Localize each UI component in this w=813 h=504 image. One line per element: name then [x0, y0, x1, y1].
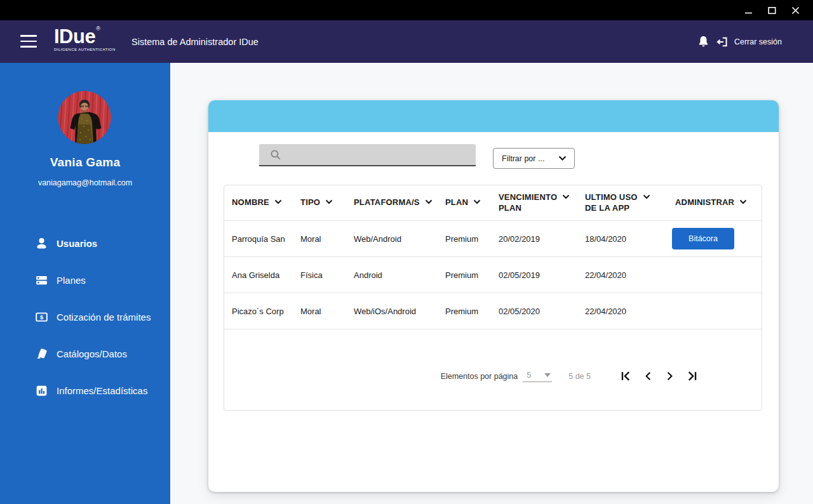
table-header-row: NOMBRE TIPO PLATAFORMA/S PLAN VENCIMIENT… [224, 185, 762, 221]
sidebar-item-catalogos[interactable]: Catálogos/Datos [35, 347, 161, 361]
column-header-administrar[interactable]: ADMINISTRAR [668, 197, 763, 208]
sort-chevron-icon [425, 199, 433, 204]
cell-nombre: Parroquía San [224, 234, 293, 244]
filter-dropdown[interactable]: Filtrar por ... [493, 148, 575, 169]
dropdown-triangle-icon [544, 373, 551, 377]
column-header-plan[interactable]: PLAN [438, 197, 491, 208]
cell-vencimiento: 02/05/2020 [491, 307, 577, 316]
next-page-button[interactable] [664, 370, 675, 382]
search-input[interactable] [281, 144, 476, 165]
sidebar-nav: Usuarios Planes $ Cotización de trámites [35, 237, 161, 421]
close-icon [791, 6, 800, 15]
filter-label: Filtrar por ... [502, 154, 544, 163]
quote-money-icon: $ [35, 310, 48, 324]
cell-plataformas: Android [346, 270, 438, 280]
table-row: Ana Griselda Física Android Premium 02/0… [224, 257, 762, 293]
sidebar-item-label: Informes/Estadísticas [57, 384, 147, 397]
app-header: IDue® DILIGENCE AUTHENTICATION Sistema d… [0, 20, 813, 63]
logout-button[interactable]: Cerrar sesión [734, 37, 782, 46]
column-header-nombre[interactable]: NOMBRE [224, 197, 293, 208]
sidebar-item-label: Planes [57, 274, 86, 287]
column-header-tipo[interactable]: TIPO [293, 197, 346, 208]
sort-chevron-icon [562, 194, 570, 199]
sort-chevron-icon [739, 199, 747, 204]
users-card: Filtrar por ... NOMBRE TIPO PLATAFORMA/S [208, 100, 779, 492]
users-table: NOMBRE TIPO PLATAFORMA/S PLAN VENCIMIENT… [224, 185, 762, 411]
sort-chevron-icon [473, 199, 481, 204]
registered-mark: ® [96, 25, 100, 32]
column-header-ultimo-uso[interactable]: ULTIMO USODE LA APP [577, 192, 668, 213]
plans-icon [35, 274, 48, 287]
table-row: Parroquía San Moral Web/Android Premium … [224, 221, 762, 257]
page-size-value: 5 [527, 371, 531, 380]
sidebar-item-usuarios[interactable]: Usuarios [35, 237, 161, 250]
cell-plan: Premium [438, 307, 491, 316]
user-email: vaniagamag@hotmail.com [0, 178, 170, 187]
table-footer: Elementos por página 5 5 de 5 [224, 329, 762, 410]
close-button[interactable] [791, 6, 800, 15]
cell-ultimo-uso: 18/04/2020 [577, 234, 668, 244]
main-content: Filtrar por ... NOMBRE TIPO PLATAFORMA/S [170, 63, 813, 504]
minimize-button[interactable] [744, 6, 753, 15]
chevron-down-icon [558, 156, 567, 161]
first-page-icon [620, 370, 632, 382]
user-name: Vania Gama [0, 156, 170, 169]
logo-text: IDue [54, 25, 95, 48]
last-page-button[interactable] [686, 370, 698, 382]
menu-icon[interactable] [20, 35, 37, 48]
bell-icon[interactable] [697, 35, 709, 48]
column-header-plataformas[interactable]: PLATAFORMA/S [346, 197, 438, 208]
sort-chevron-icon [274, 199, 282, 204]
page-title: Sistema de Administrador IDue [131, 20, 259, 63]
sort-chevron-icon [325, 199, 333, 204]
sort-chevron-icon [643, 194, 650, 199]
table-row: Picazo´s Corp Moral Web/iOs/Android Prem… [224, 293, 762, 329]
catalog-icon [35, 347, 48, 361]
chevron-left-icon [643, 370, 654, 382]
items-per-page-label: Elementos por página [441, 372, 518, 381]
stats-icon [35, 384, 48, 397]
cell-plataformas: Web/Android [346, 234, 438, 244]
sidebar-item-label: Cotización de trámites [57, 310, 151, 324]
last-page-icon [686, 370, 698, 382]
maximize-button[interactable] [767, 6, 777, 15]
page-range-label: 5 de 5 [568, 372, 591, 381]
cell-tipo: Física [293, 270, 346, 280]
app-logo: IDue® DILIGENCE AUTHENTICATION [54, 26, 116, 51]
sidebar-item-informes[interactable]: Informes/Estadísticas [35, 384, 161, 397]
card-header-strip [208, 100, 779, 132]
titlebar [0, 0, 813, 20]
logout-icon[interactable] [715, 36, 729, 48]
cell-plan: Premium [438, 234, 491, 244]
cell-tipo: Moral [293, 234, 346, 244]
svg-text:$: $ [40, 314, 43, 321]
cell-ultimo-uso: 22/04/2020 [577, 270, 668, 280]
cell-vencimiento: 20/02/2019 [491, 234, 577, 244]
cell-nombre: Ana Griselda [224, 270, 293, 280]
cell-ultimo-uso: 22/04/2020 [577, 307, 668, 316]
sidebar: Vania Gama vaniagamag@hotmail.com Usuari… [0, 63, 170, 504]
sidebar-item-cotizacion[interactable]: $ Cotización de trámites [35, 310, 161, 324]
cell-plataformas: Web/iOs/Android [346, 307, 438, 316]
search-box [259, 144, 476, 166]
first-page-button[interactable] [620, 370, 632, 382]
user-icon [35, 237, 48, 250]
maximize-icon [768, 6, 776, 15]
previous-page-button[interactable] [643, 370, 654, 382]
search-icon [270, 149, 281, 161]
sidebar-item-label: Catálogos/Datos [57, 347, 127, 361]
sidebar-item-planes[interactable]: Planes [35, 274, 161, 287]
chevron-right-icon [664, 370, 675, 382]
cell-vencimiento: 02/05/2019 [491, 270, 577, 280]
cell-nombre: Picazo´s Corp [224, 307, 293, 316]
cell-plan: Premium [438, 270, 491, 280]
bitacora-button[interactable]: Bitácora [672, 228, 734, 249]
logo-tagline: DILIGENCE AUTHENTICATION [54, 48, 116, 51]
minimize-icon [744, 6, 753, 15]
column-header-vencimiento[interactable]: VENCIMIENTOPLAN [491, 192, 577, 213]
sidebar-item-label: Usuarios [57, 237, 97, 250]
cell-tipo: Moral [293, 307, 346, 316]
avatar [58, 91, 111, 144]
page-size-select[interactable]: 5 [523, 371, 552, 382]
